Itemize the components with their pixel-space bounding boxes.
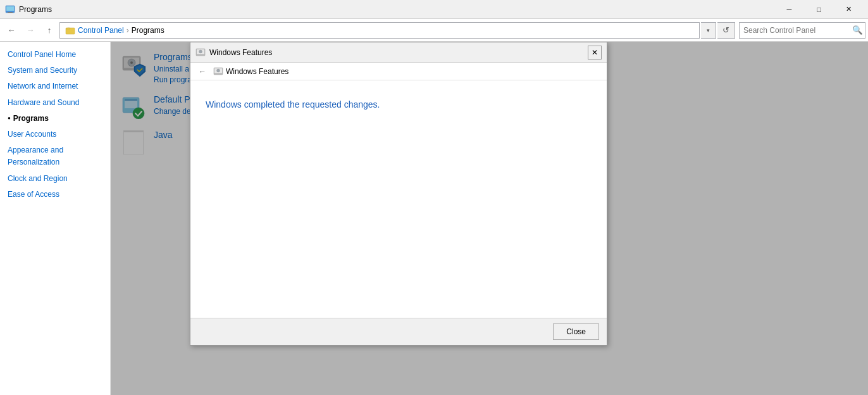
- sidebar-item-control-panel-home[interactable]: Control Panel Home: [0, 47, 110, 63]
- modal-title-text: Windows Features: [209, 48, 272, 57]
- window-close-button[interactable]: ✕: [834, 0, 863, 19]
- sidebar-item-appearance-personalization[interactable]: Appearance and Personalization: [0, 142, 110, 170]
- maximize-button[interactable]: □: [805, 0, 833, 19]
- modal-nav-title: Windows Features: [226, 67, 288, 76]
- window-title: Programs: [19, 5, 52, 14]
- modal-back-button[interactable]: ←: [195, 65, 209, 78]
- content-area: Programs and Features Uninstall a progra…: [111, 42, 868, 395]
- sidebar-item-ease-of-access[interactable]: Ease of Access: [0, 187, 110, 203]
- sidebar-item-system-and-security[interactable]: System and Security: [0, 63, 110, 78]
- sidebar-item-programs[interactable]: Programs: [0, 111, 110, 127]
- svg-rect-2: [8, 12, 13, 13]
- search-input[interactable]: [740, 26, 850, 35]
- modal-overlay: Windows Features ✕ ← Windows Features: [111, 42, 868, 395]
- windows-features-dialog: Windows Features ✕ ← Windows Features: [190, 42, 607, 346]
- svg-point-19: [217, 69, 220, 72]
- programs-icon: [5, 4, 15, 15]
- folder-icon: [65, 25, 75, 35]
- modal-close-x-button[interactable]: ✕: [588, 46, 602, 60]
- forward-button[interactable]: →: [22, 22, 39, 39]
- title-bar-left: Programs: [5, 4, 52, 15]
- modal-close-button[interactable]: Close: [553, 323, 599, 340]
- search-button[interactable]: 🔍: [850, 23, 865, 38]
- address-path: Control Panel › Programs: [59, 22, 700, 39]
- path-control-panel[interactable]: Control Panel: [78, 26, 124, 35]
- modal-content: Windows completed the requested changes.: [190, 80, 607, 318]
- up-button[interactable]: ↑: [40, 22, 58, 39]
- modal-title-icon: [195, 47, 206, 58]
- path-programs: Programs: [132, 26, 164, 35]
- back-button[interactable]: ←: [3, 22, 20, 39]
- address-dropdown[interactable]: ▾: [701, 22, 716, 39]
- modal-message: Windows completed the requested changes.: [206, 99, 592, 110]
- refresh-button[interactable]: ↺: [717, 22, 735, 39]
- modal-title-left: Windows Features: [195, 47, 272, 58]
- sidebar-item-user-accounts[interactable]: User Accounts: [0, 127, 110, 142]
- address-bar: ← → ↑ Control Panel › Programs ▾ ↺ 🔍: [0, 19, 868, 42]
- modal-footer: Close: [190, 318, 607, 345]
- title-bar: Programs ─ □ ✕: [0, 0, 868, 19]
- sidebar-item-network-and-internet[interactable]: Network and Internet: [0, 78, 110, 94]
- sidebar: Control Panel Home System and Security N…: [0, 42, 111, 395]
- svg-point-16: [199, 50, 202, 53]
- path-separator-1: ›: [127, 26, 129, 35]
- modal-nav-bar: ← Windows Features: [190, 63, 607, 80]
- title-bar-controls: ─ □ ✕: [775, 0, 863, 19]
- svg-rect-1: [6, 6, 14, 11]
- sidebar-item-clock-and-region[interactable]: Clock and Region: [0, 171, 110, 187]
- sidebar-item-hardware-and-sound[interactable]: Hardware and Sound: [0, 95, 110, 111]
- minimize-button[interactable]: ─: [775, 0, 803, 19]
- main-layout: Control Panel Home System and Security N…: [0, 42, 868, 395]
- modal-titlebar: Windows Features ✕: [190, 42, 607, 63]
- search-box: 🔍: [739, 22, 865, 39]
- modal-nav-icon: [213, 66, 223, 77]
